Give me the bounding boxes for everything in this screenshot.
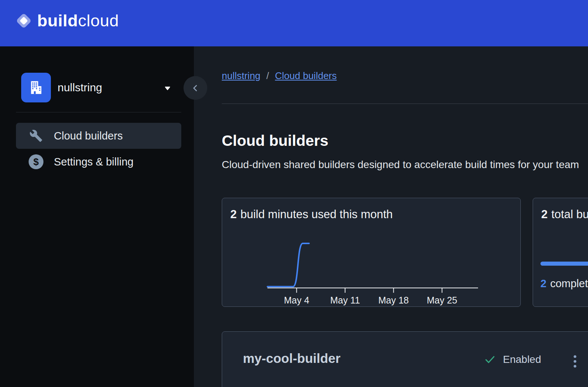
- total-builds-value: 2: [541, 208, 548, 221]
- chevron-down-icon: [165, 86, 170, 91]
- brand-wordmark: buildcloud: [37, 11, 119, 30]
- sidebar-item-cloud-builders[interactable]: Cloud builders: [16, 123, 181, 149]
- x-tick-label: May 25: [427, 295, 457, 305]
- app-header: buildcloud: [0, 0, 588, 46]
- breadcrumb-link-cloud-builders[interactable]: Cloud builders: [275, 70, 337, 82]
- sidebar-item-settings-billing[interactable]: $ Settings & billing: [16, 149, 181, 175]
- chevron-left-icon: [191, 83, 200, 93]
- builder-name: my-cool-builder: [243, 351, 341, 366]
- dollar-glyph: $: [29, 154, 43, 169]
- build-minutes-label: build minutes used this month: [240, 208, 393, 221]
- page-title: Cloud builders: [222, 132, 328, 149]
- build-minutes-title: 2build minutes used this month: [230, 208, 393, 221]
- breadcrumb: nullstring / Cloud builders: [222, 70, 337, 82]
- kebab-icon: [573, 354, 577, 369]
- breadcrumb-link-org[interactable]: nullstring: [222, 70, 260, 82]
- x-tick-label: May 18: [379, 295, 409, 305]
- build-minutes-value: 2: [230, 208, 237, 221]
- buildcloud-logo-icon: [16, 13, 32, 29]
- completed-value: 2: [540, 278, 546, 289]
- sidebar-divider: [16, 112, 181, 112]
- breadcrumb-divider: [222, 104, 588, 104]
- builder-menu-button[interactable]: [571, 353, 579, 370]
- org-name: nullstring: [58, 81, 102, 94]
- total-builds-title: 2total builds: [541, 208, 588, 221]
- sidebar: nullstring Cloud builders $ Settings & b…: [0, 46, 194, 387]
- builder-card: my-cool-builder Enabled: [222, 331, 588, 387]
- x-tick-label: May 11: [330, 295, 360, 305]
- page-description: Cloud-driven shared builders designed to…: [222, 159, 579, 171]
- build-minutes-card: 2build minutes used this month May 4 May…: [222, 198, 521, 307]
- total-builds-card: 2total builds 2completed: [533, 198, 588, 307]
- x-tick-label: May 4: [284, 295, 309, 305]
- builder-status: Enabled: [484, 352, 541, 367]
- total-builds-label: total builds: [551, 208, 588, 221]
- sidebar-collapse-button[interactable]: [183, 76, 207, 100]
- brand-light: cloud: [78, 11, 119, 30]
- dollar-icon: $: [28, 154, 44, 169]
- builds-progress-bar: [540, 262, 588, 266]
- check-icon: [484, 353, 496, 366]
- usage-chart: May 4 May 11 May 18 May 25: [222, 234, 521, 307]
- org-switcher[interactable]: nullstring: [21, 73, 170, 102]
- status-badge: Enabled: [503, 354, 541, 365]
- brand-bold: build: [37, 11, 78, 30]
- sidebar-item-label: Cloud builders: [54, 130, 123, 142]
- completed-stat: 2completed: [540, 278, 588, 290]
- completed-label: completed: [550, 278, 588, 289]
- usage-line: [267, 243, 309, 287]
- org-avatar: [21, 73, 51, 102]
- breadcrumb-separator: /: [266, 70, 269, 82]
- sidebar-item-label: Settings & billing: [54, 156, 133, 168]
- main-content: nullstring / Cloud builders Cloud builde…: [194, 46, 588, 387]
- building-icon: [27, 79, 45, 96]
- wrench-icon: [28, 129, 44, 142]
- sidebar-nav: Cloud builders $ Settings & billing: [16, 123, 181, 175]
